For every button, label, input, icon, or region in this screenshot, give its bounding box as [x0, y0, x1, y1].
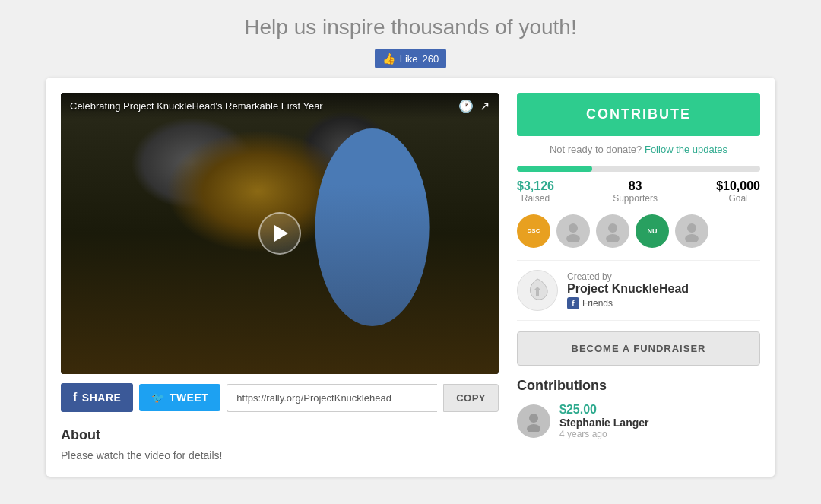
twitter-icon: 🐦: [151, 391, 165, 404]
supporters-label: Supporters: [613, 193, 658, 204]
raised-label: Raised: [517, 193, 554, 204]
become-fundraiser-button[interactable]: BECOME A FUNDRAISER: [517, 331, 760, 366]
copy-label: COPY: [456, 392, 486, 404]
like-label: Like: [400, 53, 418, 65]
goal-value: $10,000: [716, 179, 760, 193]
contribution-info: $25.00 Stephanie Langer 4 years ago: [559, 403, 648, 439]
page-title: Help us inspire thousands of youth!: [0, 15, 821, 40]
like-button[interactable]: 👍 Like 260: [375, 49, 447, 68]
creator-section: Created by Project KnuckleHead f Friends: [517, 260, 760, 321]
contribution-amount: $25.00: [559, 403, 648, 417]
avatar-face-3: [675, 214, 708, 248]
created-by-label: Created by: [567, 271, 689, 282]
about-title: About: [61, 427, 499, 443]
svg-point-2: [608, 223, 617, 233]
right-column: CONTRIBUTE Not ready to donate? Follow t…: [517, 93, 760, 461]
contribute-button[interactable]: CONTRIBUTE: [517, 93, 760, 136]
progress-section: $3,126 Raised 83 Supporters $10,000 Goal: [517, 166, 760, 204]
play-button[interactable]: [258, 212, 301, 255]
share-url-input[interactable]: [227, 384, 437, 412]
facebook-share-icon: f: [73, 391, 78, 404]
not-ready-text: Not ready to donate? Follow the updates: [517, 144, 760, 155]
svg-point-1: [566, 234, 580, 242]
svg-point-0: [569, 223, 578, 233]
clock-icon: 🕐: [458, 99, 474, 113]
main-card: Celebrating Project KnuckleHead's Remark…: [46, 78, 775, 477]
creator-logo: [517, 270, 558, 311]
goal-stat: $10,000 Goal: [716, 179, 760, 204]
avatar-3: [675, 214, 708, 248]
raised-stat: $3,126 Raised: [517, 179, 554, 204]
video-container[interactable]: Celebrating Project KnuckleHead's Remark…: [61, 93, 499, 374]
page-header: Help us inspire thousands of youth! 👍 Li…: [0, 0, 821, 78]
progress-fill: [517, 166, 592, 172]
avatar-2: [596, 214, 629, 248]
thumbs-up-icon: 👍: [382, 52, 395, 65]
avatar-face-1: [556, 214, 590, 248]
supporters-value: 83: [613, 179, 658, 193]
contributions-title: Contributions: [517, 378, 760, 394]
svg-point-4: [687, 223, 696, 233]
fb-friends-label: Friends: [582, 298, 613, 309]
svg-point-3: [606, 234, 620, 242]
video-title-text: Celebrating Project KnuckleHead's Remark…: [70, 100, 323, 112]
creator-name: Project KnuckleHead: [567, 282, 689, 296]
contributor-name: Stephanie Langer: [559, 417, 648, 429]
svg-point-6: [529, 414, 538, 423]
video-thumbnail: Celebrating Project KnuckleHead's Remark…: [61, 93, 499, 374]
about-description: Please watch the video for details!: [61, 449, 499, 461]
tweet-button[interactable]: 🐦 TWEET: [139, 384, 220, 411]
not-ready-label: Not ready to donate?: [550, 144, 642, 155]
contributor-avatar: [517, 404, 550, 438]
contribution-item: $25.00 Stephanie Langer 4 years ago: [517, 403, 760, 439]
about-section: About Please watch the video for details…: [61, 427, 499, 461]
avatar-1: [556, 214, 590, 248]
avatar-face-2: [596, 214, 629, 248]
follow-updates-link[interactable]: Follow the updates: [645, 144, 727, 155]
tweet-label: TWEET: [170, 391, 209, 404]
share-label: SHARE: [82, 391, 122, 404]
facebook-icon: f: [567, 297, 579, 309]
raised-value: $3,126: [517, 179, 554, 193]
video-controls-top: 🕐 ↗: [458, 99, 490, 113]
goal-label: Goal: [716, 193, 760, 204]
supporter-avatars: DSC NU: [517, 214, 760, 248]
share-button[interactable]: f SHARE: [61, 383, 133, 412]
share-video-icon[interactable]: ↗: [480, 99, 490, 113]
progress-track: [517, 166, 760, 172]
video-title-bar: Celebrating Project KnuckleHead's Remark…: [61, 93, 499, 119]
action-bar: f SHARE 🐦 TWEET COPY: [61, 383, 499, 412]
stats-row: $3,126 Raised 83 Supporters $10,000 Goal: [517, 179, 760, 204]
supporters-stat: 83 Supporters: [613, 179, 658, 204]
contribution-time: 4 years ago: [559, 429, 648, 439]
creator-fb-row: f Friends: [567, 297, 689, 309]
left-column: Celebrating Project KnuckleHead's Remark…: [61, 93, 499, 461]
svg-point-5: [685, 234, 699, 242]
play-triangle-icon: [274, 225, 288, 242]
avatar-nu: NU: [636, 214, 669, 248]
copy-button[interactable]: COPY: [443, 384, 499, 412]
svg-point-7: [527, 424, 540, 432]
like-count: 260: [423, 53, 439, 65]
creator-info: Created by Project KnuckleHead f Friends: [567, 271, 689, 309]
avatar-dsc: DSC: [517, 214, 550, 248]
